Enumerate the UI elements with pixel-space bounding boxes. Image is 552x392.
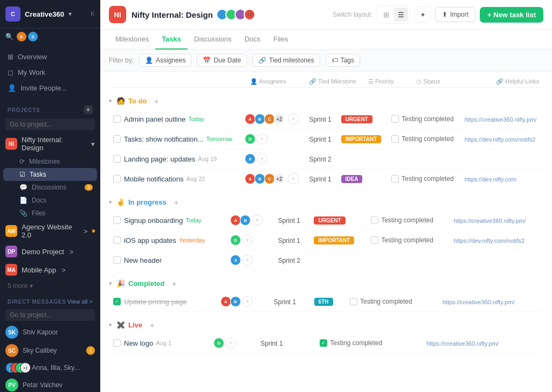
status-checkbox[interactable] [391,135,399,143]
col-helpful-links: 🔗 Helpful Links [492,76,543,88]
task-name-cell: Mobile notifications Aug 22 [113,175,236,183]
live-tasks-table: New logo Aug 1 D + Sprint 1 [109,333,543,353]
task-checkbox[interactable] [113,155,121,163]
add-assignee-button[interactable]: + [225,338,236,348]
group-header-completed[interactable]: ▾ 🎉 Completed + [109,272,543,292]
dm-search-field[interactable] [0,307,100,323]
filter-assignees[interactable]: 👤 Assignees [139,54,191,67]
grid-layout-button[interactable]: ⊞ [379,8,393,22]
project-aw-dot [92,229,95,233]
search-project-input[interactable] [5,118,95,130]
dm-item-sky[interactable]: SC Sky Calibey 1 [0,341,100,360]
filter-tied-milestones[interactable]: 🔗 Tied milestones [252,54,320,67]
priority-badge: URGENT [314,216,345,225]
dm-item-group[interactable]: A I S +2 Anna, Illia, Sky... [0,360,100,376]
sidebar-project-aw[interactable]: AW Agency Website 2.0 > [0,220,100,242]
add-assignee-button[interactable]: + [288,173,299,184]
search-icon[interactable]: 🔍 [5,33,13,40]
sidebar-sub-tasks[interactable]: ☑ Tasks [3,168,97,181]
tab-files[interactable]: Files [267,30,294,50]
sidebar-logo[interactable]: C Creative360 ▾ [5,6,72,22]
links-col-icon: 🔗 [496,78,503,85]
assignee-avatar: C [264,114,275,124]
task-checkbox[interactable] [113,115,121,123]
task-name: iOS app updates [124,236,176,244]
add-assignee-button[interactable]: + [252,215,263,226]
sidebar-item-my-work[interactable]: ◻ My Work [0,65,100,80]
milestone-cell: Sprint 1 [274,298,296,306]
tab-discussions[interactable]: Discussions [188,30,238,50]
sidebar-item-invite[interactable]: 👤 Invite People... [0,80,100,96]
task-checkbox[interactable] [113,216,121,224]
milestone-cell: Sprint 2 [278,257,300,264]
task-checkbox[interactable] [113,256,121,264]
link-cell[interactable]: https://dev.nifty.com [465,176,516,183]
sidebar-sub-milestones[interactable]: ⟳ Milestones [0,155,100,168]
status-checkbox[interactable] [350,298,357,305]
task-checkbox[interactable] [113,236,121,244]
add-assignee-button[interactable]: + [257,153,267,164]
add-completed-task-button[interactable]: + [169,278,180,289]
dm-item-petar[interactable]: PV Petar Valchev [0,376,100,392]
tab-docs[interactable]: Docs [238,30,267,50]
sidebar-project-dp[interactable]: DP Demo Project > [0,242,100,261]
sidebar-item-overview[interactable]: ⊞ Overview [0,49,100,65]
add-project-button[interactable]: + [84,106,93,114]
task-checkbox[interactable]: ✓ [113,298,121,305]
link-cell[interactable]: https://dev.nifty.com/notifs2 [454,237,525,244]
show-more-projects[interactable]: 5 more ▾ [0,279,100,293]
tab-tasks[interactable]: Tasks [155,30,188,50]
status-checkbox[interactable] [391,115,399,123]
add-assignee-button[interactable]: + [257,134,267,144]
add-assignee-button[interactable]: + [242,255,253,265]
add-assignee-button[interactable]: + [288,114,299,124]
new-tasklist-button[interactable]: + New task list [480,7,543,23]
link-cell[interactable]: https://creative360.nifty.pm/ [426,340,499,347]
add-live-task-button[interactable]: + [147,319,157,330]
sidebar-sub-discussions[interactable]: 💬 Discussions 3 [0,181,100,194]
tab-milestones[interactable]: Milestones [109,30,155,50]
filter-tags[interactable]: 🏷 Tags [326,54,360,67]
group-header-inprogress[interactable]: ▾ ✌️ In progress + [109,191,543,211]
add-assignee-button[interactable]: + [242,235,253,246]
group-header-live[interactable]: ▾ ✖️ Live + [109,314,543,333]
dm-search-input[interactable] [5,309,95,321]
task-checkbox[interactable] [113,339,121,347]
status-checkbox[interactable]: ✓ [320,339,327,347]
dm-view-all[interactable]: View all > [67,298,93,305]
sidebar-sub-docs[interactable]: 📄 Docs [0,194,100,207]
assignee-avatar: A [230,215,241,226]
filter-due-date[interactable]: 📅 Due Date [197,54,247,67]
sidebar-project-ma[interactable]: MA Mobile App > [0,261,100,279]
link-cell[interactable]: https://creative360.nifty.pm/ [465,116,537,123]
sparkle-button[interactable]: ✦ [415,6,431,23]
add-assignee-button[interactable]: + [242,296,253,307]
milestone-col-icon: 🔗 [309,78,316,85]
table-row: iOS app updates Yesterday D + Sprint 1 I… [109,230,543,250]
import-button[interactable]: ⬆ Import [435,7,475,22]
group-header-todo[interactable]: ▾ 🧑 To do + [109,90,543,109]
app-name-arrow: ▾ [68,10,72,18]
status-checkbox[interactable] [371,236,378,244]
list-layout-button[interactable]: ☰ [394,8,408,22]
sidebar-sub-files[interactable]: 📎 Files [0,207,100,220]
assignees-cell: X + [230,255,270,265]
dm-item-shiv[interactable]: SK Shiv Kapoor [0,323,100,341]
task-date: Aug 22 [187,176,205,182]
status-checkbox[interactable] [371,216,378,224]
add-todo-task-button[interactable]: + [151,95,162,106]
task-checkbox[interactable] [113,175,121,183]
link-cell[interactable]: https://creative360.nifty.pm/ [454,218,526,224]
task-name-cell: iOS app updates Yesterday [113,236,222,244]
milestone-cell: Sprint 1 [309,116,331,123]
table-row: New header X + Sprint 2 [109,250,543,270]
task-checkbox[interactable] [113,135,121,143]
status-checkbox[interactable] [391,175,399,183]
link-cell[interactable]: https://dev.nifty.com/notifs2 [465,136,536,143]
link-cell[interactable]: https://creative360.nifty.pm/ [443,299,515,305]
add-inprogress-task-button[interactable]: + [171,197,182,207]
sidebar-project-ni[interactable]: NI Nifty Internal: Design ▾ [0,132,100,155]
task-date: Today [185,217,201,223]
search-project-field[interactable] [0,116,100,132]
assignees-filter-icon: 👤 [145,57,153,64]
